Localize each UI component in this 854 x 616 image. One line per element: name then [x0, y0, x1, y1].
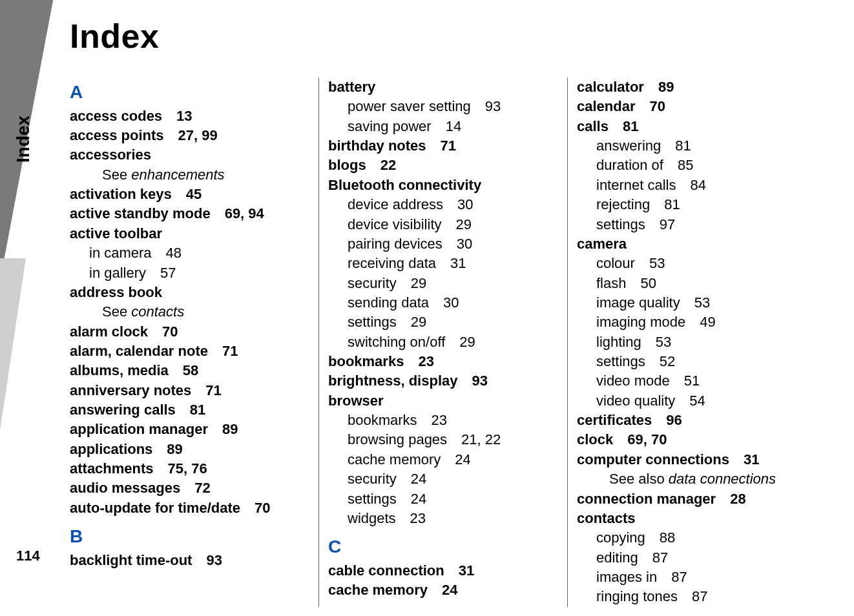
index-entry: blogs 22 [328, 156, 561, 175]
index-pages: 54 [675, 393, 705, 409]
index-term: images in [596, 569, 657, 585]
index-pages: 24 [428, 582, 457, 598]
index-subentry: device address 30 [328, 195, 561, 214]
index-subentry: in camera 48 [70, 243, 312, 263]
index-entry: browser [328, 391, 561, 411]
index-entry: cache memory 24 [328, 580, 561, 600]
index-pages: 81 [650, 196, 680, 212]
index-term: browsing pages [348, 431, 447, 447]
index-entry: calculator 89 [577, 77, 809, 97]
index-term: settings [348, 314, 397, 330]
index-entry: albums, media 58 [70, 361, 312, 380]
index-pages: 31 [444, 562, 474, 579]
index-subentry: copying 88 [577, 528, 809, 548]
index-term: alarm clock [70, 323, 148, 340]
index-subentry: video quality 54 [577, 391, 809, 411]
index-subentry: flash 50 [577, 274, 809, 293]
index-subentry: imaging mode 49 [577, 313, 809, 332]
index-subentry: switching on/off 29 [328, 333, 561, 352]
index-term: active toolbar [70, 225, 162, 241]
index-see-target: enhancements [131, 167, 224, 183]
index-term: backlight time-out [70, 552, 192, 568]
index-term: answering [596, 138, 661, 154]
index-term: accessories [70, 147, 151, 163]
index-pages: 14 [432, 118, 461, 134]
index-term: calendar [577, 98, 636, 114]
index-entry: anniversary notes 71 [70, 381, 312, 400]
index-entry: brightness, display 93 [328, 371, 561, 391]
index-pages: 53 [680, 294, 710, 311]
index-term: settings [596, 216, 645, 232]
index-term: activation keys [70, 186, 172, 202]
index-term: birthday notes [328, 138, 426, 154]
index-subentry: image quality 53 [577, 293, 809, 313]
index-gap [328, 528, 561, 532]
index-subentry: widgets 23 [328, 509, 561, 528]
index-pages: 24 [397, 491, 426, 507]
index-term: attachments [70, 460, 154, 477]
index-term: alarm, calendar note [70, 343, 208, 359]
index-term: security [348, 471, 397, 487]
index-pages: 28 [716, 491, 745, 507]
index-pages: 96 [652, 412, 682, 428]
index-subentry: sending data 30 [328, 293, 561, 313]
index-pages: 21, 22 [447, 431, 501, 447]
index-entry: attachments 75, 76 [70, 459, 312, 478]
index-term: video quality [596, 393, 675, 409]
index-term: colour [596, 255, 635, 271]
index-term: anniversary notes [70, 382, 191, 398]
index-term: in gallery [89, 265, 146, 281]
index-subentry: receiving data 31 [328, 254, 561, 273]
index-entry: accessories [70, 145, 312, 165]
index-pages: 71 [426, 138, 456, 154]
index-term: cable connection [328, 562, 444, 579]
index-term: receiving data [348, 255, 436, 271]
index-term: switching on/off [348, 334, 445, 350]
index-term: in camera [89, 245, 152, 261]
index-entry: camera [577, 234, 809, 254]
index-pages: 88 [645, 529, 675, 546]
index-pages: 53 [635, 255, 665, 271]
index-subentry: power saver setting 93 [328, 97, 561, 116]
index-term: lighting [596, 334, 641, 350]
index-col-2: batterypower saver setting 93saving powe… [318, 77, 567, 607]
index-term: pairing devices [348, 236, 443, 252]
index-entry: calendar 70 [577, 97, 809, 116]
index-term: access points [70, 127, 164, 143]
index-see: See contacts [70, 302, 312, 322]
index-pages: 81 [661, 138, 691, 154]
index-pages: 58 [169, 362, 198, 378]
index-pages: 52 [645, 353, 675, 369]
index-pages: 70 [148, 323, 178, 340]
index-subentry: cache memory 24 [328, 450, 561, 469]
index-entry: cable connection 31 [328, 561, 561, 580]
index-entry: auto-update for time/date 70 [70, 498, 312, 518]
index-pages: 30 [443, 236, 472, 252]
index-term: Bluetooth connectivity [328, 177, 481, 193]
index-see-target: contacts [131, 303, 184, 320]
index-term: cache memory [328, 582, 428, 598]
index-entry: computer connections 31 [577, 450, 809, 469]
index-entry: audio messages 72 [70, 478, 312, 498]
index-term: access codes [70, 108, 162, 124]
index-pages: 69, 70 [613, 431, 667, 447]
index-term: device visibility [348, 216, 442, 232]
index-pages: 13 [162, 108, 192, 124]
index-subentry: settings 24 [328, 489, 561, 509]
index-term: browser [328, 393, 384, 409]
index-subentry: video mode 51 [577, 371, 809, 391]
index-pages: 29 [445, 334, 475, 350]
index-pages: 23 [417, 412, 447, 428]
index-pages: 89 [152, 441, 182, 457]
index-pages: 89 [644, 79, 674, 95]
index-pages: 23 [404, 353, 433, 369]
index-pages: 81 [609, 118, 638, 134]
index-subentry: colour 53 [577, 254, 809, 273]
index-term: rejecting [596, 196, 650, 212]
index-term: audio messages [70, 480, 180, 496]
index-subentry: answering 81 [577, 136, 809, 156]
index-pages: 23 [396, 510, 426, 526]
index-letter: B [70, 524, 312, 549]
index-term: camera [577, 236, 627, 252]
index-pages: 71 [191, 382, 221, 398]
